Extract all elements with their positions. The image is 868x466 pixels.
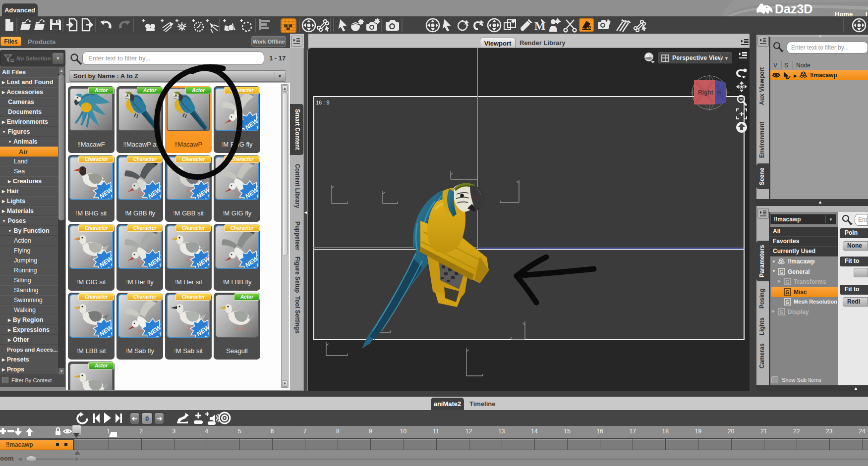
svg-text:G: G [780,310,784,315]
svg-text:G: G [780,269,784,275]
svg-text:M: M [534,19,546,32]
svg-text:Right: Right [698,89,713,96]
svg-text:Ri: Ri [717,90,721,95]
svg-text:G: G [786,279,790,285]
svg-text:G: G [786,300,790,305]
svg-text:G: G [786,290,790,295]
